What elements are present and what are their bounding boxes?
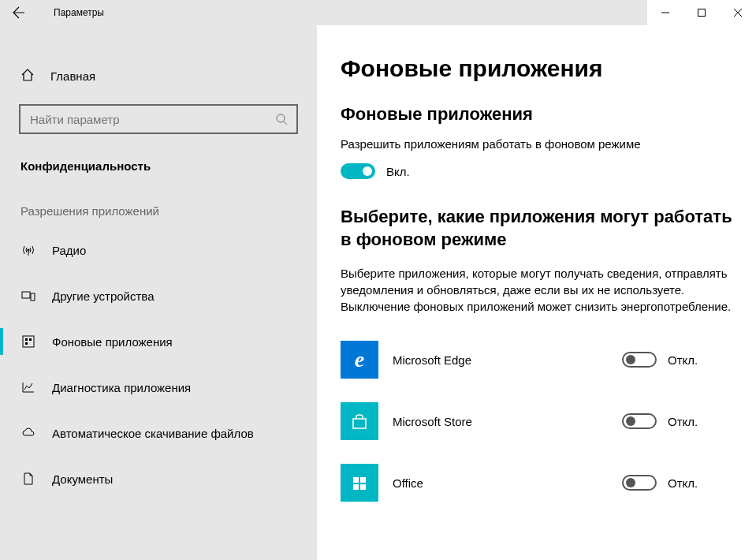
- main-content: Фоновые приложения Фоновые приложения Ра…: [317, 25, 756, 560]
- svg-rect-11: [353, 484, 359, 490]
- home-label: Главная: [50, 69, 95, 83]
- background-apps-icon: [20, 334, 36, 349]
- window-title: Параметры: [38, 7, 647, 18]
- diagnostics-icon: [20, 379, 36, 395]
- home-link[interactable]: Главная: [0, 57, 317, 95]
- master-toggle-state: Вкл.: [386, 165, 410, 178]
- sidebar: Главная Конфиденциальность Разрешения пр…: [0, 25, 317, 560]
- app-name: Microsoft Store: [393, 415, 608, 428]
- svg-point-1: [277, 114, 285, 122]
- sidebar-item-auto-downloads[interactable]: Автоматическое скачивание файлов: [0, 410, 317, 456]
- group-header: Разрешения приложений: [0, 173, 317, 227]
- maximize-button[interactable]: [683, 0, 720, 25]
- svg-rect-0: [698, 9, 706, 17]
- arrow-left-icon: [13, 6, 25, 19]
- svg-rect-4: [31, 293, 35, 301]
- devices-icon: [20, 288, 36, 304]
- nav-label: Фоновые приложения: [52, 335, 173, 349]
- sidebar-item-background-apps[interactable]: Фоновые приложения: [0, 319, 317, 364]
- back-button[interactable]: [0, 0, 38, 25]
- page-title: Фоновые приложения: [341, 55, 732, 82]
- app-row-edge: e Microsoft Edge Откл.: [341, 329, 732, 390]
- app-icon-edge: e: [341, 341, 378, 379]
- svg-rect-5: [23, 336, 34, 347]
- section-header: Конфиденциальность: [0, 134, 317, 173]
- app-name: Microsoft Edge: [393, 353, 608, 367]
- nav-label: Другие устройства: [52, 289, 154, 303]
- svg-rect-6: [25, 338, 28, 341]
- app-toggle-edge[interactable]: [622, 352, 657, 368]
- app-toggle-state: Откл.: [668, 415, 698, 428]
- svg-point-2: [28, 249, 30, 252]
- window-controls: [647, 0, 756, 25]
- app-toggle-state: Откл.: [668, 476, 698, 490]
- app-row-office: Office Откл.: [341, 452, 732, 513]
- nav-label: Документы: [52, 472, 113, 486]
- app-toggle-state: Откл.: [668, 353, 698, 367]
- svg-rect-12: [360, 484, 366, 490]
- app-row-store: Microsoft Store Откл.: [341, 390, 732, 452]
- cloud-download-icon: [20, 425, 36, 441]
- sidebar-item-other-devices[interactable]: Другие устройства: [0, 273, 317, 319]
- sidebar-item-app-diagnostics[interactable]: Диагностика приложения: [0, 364, 317, 410]
- nav-label: Диагностика приложения: [52, 381, 191, 394]
- titlebar: Параметры: [0, 0, 756, 25]
- app-icon-office: [341, 464, 378, 502]
- master-toggle[interactable]: [341, 163, 375, 179]
- section2-title: Выберите, какие приложения могут работат…: [341, 206, 732, 251]
- master-toggle-label: Разрешить приложениям работать в фоновом…: [341, 136, 732, 152]
- home-icon: [20, 68, 35, 84]
- app-name: Office: [393, 476, 608, 490]
- search-icon: [266, 113, 296, 125]
- svg-rect-10: [360, 477, 366, 483]
- document-icon: [20, 471, 36, 487]
- svg-rect-7: [29, 338, 32, 341]
- app-toggle-office[interactable]: [622, 475, 657, 491]
- svg-rect-3: [22, 292, 30, 298]
- svg-rect-8: [25, 342, 28, 345]
- close-button[interactable]: [720, 0, 756, 25]
- sidebar-item-documents[interactable]: Документы: [0, 456, 317, 502]
- nav-label: Автоматическое скачивание файлов: [52, 427, 254, 440]
- minimize-button[interactable]: [647, 0, 683, 25]
- search-input[interactable]: [20, 113, 266, 126]
- search-box[interactable]: [19, 104, 298, 134]
- app-toggle-store[interactable]: [622, 413, 657, 429]
- nav-label: Радио: [52, 244, 86, 257]
- sidebar-item-radio[interactable]: Радио: [0, 227, 317, 273]
- app-icon-store: [341, 402, 378, 440]
- svg-rect-9: [353, 477, 359, 483]
- section2-description: Выберите приложения, которые могут получ…: [341, 265, 732, 315]
- section1-title: Фоновые приложения: [341, 104, 732, 125]
- radio-icon: [20, 242, 36, 258]
